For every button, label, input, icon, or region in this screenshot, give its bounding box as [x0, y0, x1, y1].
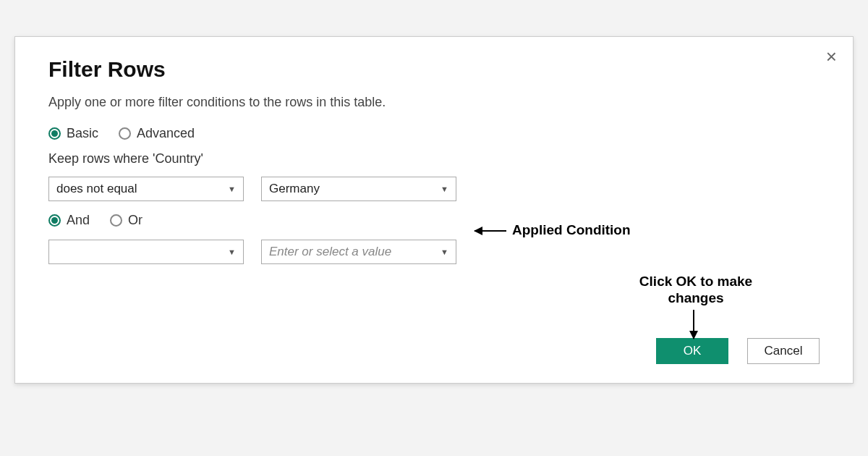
radio-dot-icon — [48, 214, 61, 227]
operator-dropdown-1[interactable]: does not equal ▼ — [48, 177, 244, 201]
chevron-down-icon: ▼ — [228, 248, 236, 256]
mode-advanced-radio[interactable]: Advanced — [119, 126, 195, 141]
logic-and-label: And — [67, 213, 90, 228]
keep-rows-label: Keep rows where 'Country' — [48, 151, 820, 166]
annotation-click-ok: Click OK to make changes — [624, 274, 768, 307]
ok-button[interactable]: OK — [656, 338, 728, 364]
radio-circle-icon — [119, 127, 131, 140]
filter-rows-dialog: × Filter Rows Apply one or more filter c… — [14, 36, 854, 384]
operator-value-1: does not equal — [56, 182, 137, 196]
radio-dot-icon — [48, 127, 61, 140]
logic-radio-group: And Or — [48, 213, 820, 228]
operator-dropdown-2[interactable]: ▼ — [48, 240, 244, 264]
dialog-buttons: OK Cancel — [656, 338, 820, 364]
mode-advanced-label: Advanced — [137, 126, 195, 141]
value-dropdown-1[interactable]: Germany ▼ — [261, 177, 456, 201]
mode-basic-label: Basic — [67, 126, 98, 141]
radio-circle-icon — [110, 214, 122, 227]
arrow-left-icon — [475, 230, 506, 232]
dialog-title: Filter Rows — [48, 57, 820, 82]
chevron-down-icon: ▼ — [441, 248, 448, 256]
logic-or-label: Or — [128, 213, 142, 228]
mode-radio-group: Basic Advanced — [48, 126, 820, 141]
annotation-applied-condition: Applied Condition — [512, 222, 631, 238]
chevron-down-icon: ▼ — [441, 185, 448, 193]
value-text-1: Germany — [269, 182, 320, 196]
logic-or-radio[interactable]: Or — [110, 213, 142, 228]
arrow-down-icon — [693, 310, 694, 339]
cancel-button[interactable]: Cancel — [747, 338, 820, 364]
value-placeholder-2: Enter or select a value — [269, 245, 391, 259]
mode-basic-radio[interactable]: Basic — [48, 126, 98, 141]
value-dropdown-2[interactable]: Enter or select a value ▼ — [261, 240, 456, 264]
condition-row-1: does not equal ▼ Germany ▼ — [48, 177, 820, 201]
logic-and-radio[interactable]: And — [48, 213, 90, 228]
close-icon[interactable]: × — [826, 47, 837, 66]
condition-row-2: ▼ Enter or select a value ▼ — [48, 240, 820, 264]
dialog-subtitle: Apply one or more filter conditions to t… — [48, 95, 820, 110]
chevron-down-icon: ▼ — [228, 185, 236, 193]
